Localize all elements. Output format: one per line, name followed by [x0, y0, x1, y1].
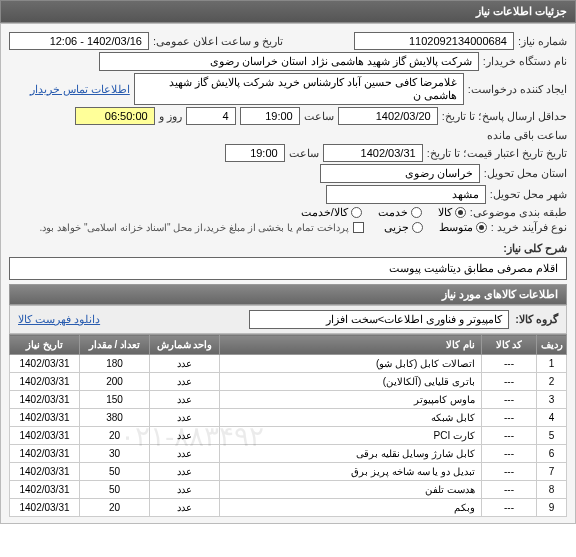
- saat-label-1: ساعت: [304, 110, 334, 123]
- cell-date: 1402/03/31: [10, 355, 80, 373]
- deadline-label: حداقل ارسال پاسخ؛ تا تاریخ:: [442, 110, 567, 123]
- cell-unit: عدد: [150, 355, 220, 373]
- payment-checkbox[interactable]: [353, 222, 364, 233]
- radio-icon: [411, 207, 422, 218]
- cell-unit: عدد: [150, 481, 220, 499]
- table-row: 6---کابل شارژ وسایل نقلیه برقیعدد301402/…: [10, 445, 567, 463]
- cell-date: 1402/03/31: [10, 409, 80, 427]
- th-name: نام کالا: [220, 335, 482, 355]
- radio-goods[interactable]: کالا: [438, 206, 466, 219]
- province-label: استان محل تحویل:: [484, 167, 567, 180]
- cell-qty: 200: [80, 373, 150, 391]
- table-row: 4---کابل شبکهعدد3801402/03/31: [10, 409, 567, 427]
- cell-unit: عدد: [150, 373, 220, 391]
- payment-note: پرداخت تمام یا بخشی از مبلغ خرید،از محل …: [40, 222, 349, 233]
- th-qty: تعداد / مقدار: [80, 335, 150, 355]
- desc-field: اقلام مصرفی مطابق دیتاشیت پیوست: [9, 257, 567, 280]
- purchase-type-radios: متوسط جزیی: [384, 221, 487, 234]
- cell-date: 1402/03/31: [10, 445, 80, 463]
- cell-radif: 8: [537, 481, 567, 499]
- announce-date-label: تاریخ و ساعت اعلان عمومی:: [153, 35, 283, 48]
- cell-qty: 30: [80, 445, 150, 463]
- cell-unit: عدد: [150, 445, 220, 463]
- cell-unit: عدد: [150, 463, 220, 481]
- th-radif: ردیف: [537, 335, 567, 355]
- radio-goods-label: کالا: [438, 206, 452, 219]
- requester-field: غلامرضا کافی حسین آباد کارشناس خرید شرکت…: [134, 73, 464, 105]
- validity-label: تاریخ تاریخ اعتبار قیمت؛ تا تاریخ:: [427, 147, 567, 160]
- table-row: 5---کارت PCIعدد201402/03/31: [10, 427, 567, 445]
- cell-unit: عدد: [150, 391, 220, 409]
- radio-icon: [351, 207, 362, 218]
- radio-service[interactable]: خدمت: [378, 206, 422, 219]
- cell-code: ---: [482, 481, 537, 499]
- deadline-time-field: 19:00: [240, 107, 300, 125]
- th-date: تاریخ نیاز: [10, 335, 80, 355]
- radio-icon: [412, 222, 423, 233]
- cell-name: تبدیل دو یا سه شاخه پریز برق: [220, 463, 482, 481]
- table-row: 3---ماوس کامپیوترعدد1501402/03/31: [10, 391, 567, 409]
- category-radios: کالا خدمت کالا/خدمت: [301, 206, 466, 219]
- goods-group-field: کامپیوتر و فناوری اطلاعات>سخت افزار: [249, 310, 509, 329]
- cell-date: 1402/03/31: [10, 373, 80, 391]
- days-value-field: 4: [186, 107, 236, 125]
- goods-info-header: اطلاعات کالاهای مورد نیاز: [9, 284, 567, 305]
- th-unit: واحد شمارش: [150, 335, 220, 355]
- validity-date-field: 1402/03/31: [323, 144, 423, 162]
- contact-link[interactable]: اطلاعات تماس خریدار: [30, 83, 130, 96]
- cell-radif: 2: [537, 373, 567, 391]
- cell-radif: 5: [537, 427, 567, 445]
- cell-name: کابل شبکه: [220, 409, 482, 427]
- cell-code: ---: [482, 499, 537, 517]
- cell-date: 1402/03/31: [10, 481, 80, 499]
- need-number-label: شماره نیاز:: [518, 35, 567, 48]
- radio-medium[interactable]: متوسط: [439, 221, 487, 234]
- radio-service-label: خدمت: [378, 206, 408, 219]
- cell-name: هدست تلفن: [220, 481, 482, 499]
- cell-radif: 3: [537, 391, 567, 409]
- radio-goods-service[interactable]: کالا/خدمت: [301, 206, 362, 219]
- download-list-link[interactable]: دانلود فهرست کالا: [18, 313, 100, 326]
- cell-code: ---: [482, 427, 537, 445]
- table-row: 1---اتصالات کابل (کابل شو)عدد1801402/03/…: [10, 355, 567, 373]
- cell-code: ---: [482, 373, 537, 391]
- cell-unit: عدد: [150, 427, 220, 445]
- radio-icon: [476, 222, 487, 233]
- purchase-type-label: نوع فرآیند خرید :: [491, 221, 567, 234]
- cell-name: ماوس کامپیوتر: [220, 391, 482, 409]
- table-row: 8---هدست تلفنعدد501402/03/31: [10, 481, 567, 499]
- category-label: طبقه بندی موضوعی:: [470, 206, 567, 219]
- page-title: جزئیات اطلاعات نیاز: [476, 5, 567, 17]
- need-number-field: 1102092134000684: [354, 32, 514, 50]
- cell-qty: 20: [80, 427, 150, 445]
- radio-goods-service-label: کالا/خدمت: [301, 206, 348, 219]
- cell-radif: 1: [537, 355, 567, 373]
- province-field: خراسان رضوی: [320, 164, 480, 183]
- cell-radif: 9: [537, 499, 567, 517]
- cell-name: کارت PCI: [220, 427, 482, 445]
- cell-radif: 4: [537, 409, 567, 427]
- days-label: روز و: [159, 110, 182, 123]
- cell-unit: عدد: [150, 409, 220, 427]
- saat-label-2: ساعت: [289, 147, 319, 160]
- remaining-label: ساعت باقی مانده: [487, 129, 567, 142]
- buyer-name-label: نام دستگاه خریدار:: [483, 55, 567, 68]
- cell-code: ---: [482, 355, 537, 373]
- radio-icon: [455, 207, 466, 218]
- cell-code: ---: [482, 445, 537, 463]
- goods-group-label: گروه کالا:: [515, 313, 558, 326]
- table-row: 7---تبدیل دو یا سه شاخه پریز برقعدد50140…: [10, 463, 567, 481]
- radio-partial-label: جزیی: [384, 221, 409, 234]
- radio-partial[interactable]: جزیی: [384, 221, 423, 234]
- cell-code: ---: [482, 391, 537, 409]
- announce-date-field: 1402/03/16 - 12:06: [9, 32, 149, 50]
- cell-radif: 6: [537, 445, 567, 463]
- cell-name: باتری قلیایی (آلکالاین): [220, 373, 482, 391]
- th-code: کد کالا: [482, 335, 537, 355]
- city-label: شهر محل تحویل:: [490, 188, 567, 201]
- buyer-name-field: شرکت پالایش گاز شهید هاشمی نژاد استان خر…: [99, 52, 479, 71]
- cell-qty: 20: [80, 499, 150, 517]
- cell-qty: 380: [80, 409, 150, 427]
- requester-label: ایجاد کننده درخواست:: [468, 83, 567, 96]
- cell-qty: 150: [80, 391, 150, 409]
